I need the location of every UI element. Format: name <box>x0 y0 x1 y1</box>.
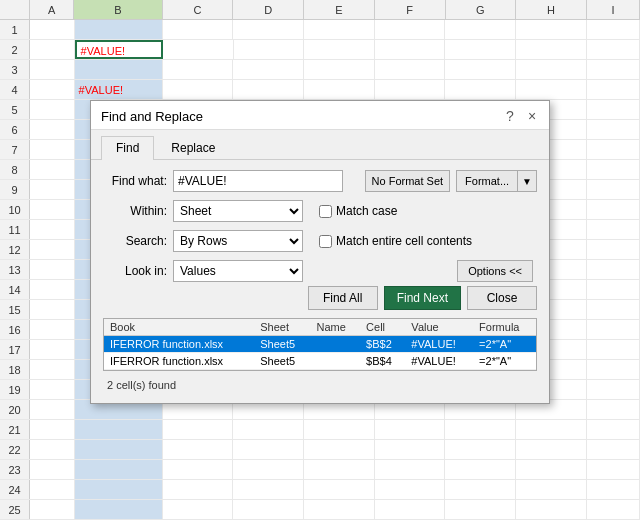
search-select[interactable]: By Rows By Columns <box>173 230 303 252</box>
format-arrow-button[interactable]: ▼ <box>517 170 537 192</box>
close-button[interactable]: Close <box>467 286 537 310</box>
match-entire-label: Match entire cell contents <box>336 234 472 248</box>
lookin-label: Look in: <box>103 264 173 278</box>
table-row: 25 <box>0 500 640 520</box>
match-entire-checkbox[interactable] <box>319 235 332 248</box>
result-cell-value: #VALUE! <box>405 336 473 353</box>
cell-b2[interactable]: #VALUE! <box>75 40 163 59</box>
format-split-button: Format... ▼ <box>456 170 537 192</box>
result-cell-sheet: Sheet5 <box>254 336 310 353</box>
mid-options: Within: Sheet Workbook Match case Search… <box>103 200 537 286</box>
col-header-h: H <box>516 0 587 19</box>
help-button[interactable]: ? <box>501 107 519 125</box>
results-status: 2 cell(s) found <box>103 377 537 393</box>
dialog-title: Find and Replace <box>101 109 203 124</box>
table-row: 3 <box>0 60 640 80</box>
find-all-button[interactable]: Find All <box>308 286 378 310</box>
no-format-set-button[interactable]: No Format Set <box>365 170 451 192</box>
match-case-row: Match case <box>319 204 397 218</box>
result-cell-sheet: Sheet5 <box>254 353 310 370</box>
table-row: 24 <box>0 480 640 500</box>
format-main-button[interactable]: Format... <box>456 170 517 192</box>
result-cell-value: #VALUE! <box>405 353 473 370</box>
table-row: 21 <box>0 420 640 440</box>
col-header-cell: Cell <box>360 319 405 336</box>
search-row: Search: By Rows By Columns Match entire … <box>103 230 537 252</box>
within-select[interactable]: Sheet Workbook <box>173 200 303 222</box>
dialog-tabs: Find Replace <box>91 130 549 160</box>
tab-find[interactable]: Find <box>101 136 154 160</box>
action-btn-row: Find All Find Next Close <box>103 286 537 310</box>
col-header-e: E <box>304 0 375 19</box>
find-what-input[interactable] <box>173 170 343 192</box>
result-cell-formula: =2*"A" <box>473 353 536 370</box>
col-header-f: F <box>375 0 446 19</box>
result-cell-name <box>310 353 360 370</box>
dialog-close-button[interactable]: × <box>523 107 541 125</box>
table-row: 1 <box>0 20 640 40</box>
lookin-select[interactable]: Values Formulas Comments <box>173 260 303 282</box>
find-what-label: Find what: <box>103 174 173 188</box>
col-header-d: D <box>233 0 304 19</box>
col-header-name: Name <box>310 319 360 336</box>
find-next-button[interactable]: Find Next <box>384 286 461 310</box>
left-options: Within: Sheet Workbook Match case Search… <box>103 200 537 286</box>
result-cell-book: IFERROR function.xlsx <box>104 336 254 353</box>
corner-cell <box>0 0 30 19</box>
table-row: 2 #VALUE! <box>0 40 640 60</box>
result-cell-cell: $B$2 <box>360 336 405 353</box>
result-row[interactable]: IFERROR function.xlsxSheet5$B$4#VALUE!=2… <box>104 353 536 370</box>
result-cell-name <box>310 336 360 353</box>
search-label: Search: <box>103 234 173 248</box>
col-header-value: Value <box>405 319 473 336</box>
table-row: 4 #VALUE! <box>0 80 640 100</box>
result-cell-formula: =2*"A" <box>473 336 536 353</box>
col-header-book: Book <box>104 319 254 336</box>
table-row: 23 <box>0 460 640 480</box>
match-case-checkbox[interactable] <box>319 205 332 218</box>
table-row: 22 <box>0 440 640 460</box>
col-header-i: I <box>587 0 640 19</box>
match-case-label: Match case <box>336 204 397 218</box>
col-header-a: A <box>30 0 74 19</box>
within-label: Within: <box>103 204 173 218</box>
result-cell-cell: $B$4 <box>360 353 405 370</box>
find-input-group: No Format Set Format... ▼ <box>173 170 537 192</box>
results-table-container: Book Sheet Name Cell Value Formula IFERR… <box>103 318 537 371</box>
lookin-row: Look in: Values Formulas Comments Option… <box>103 260 537 282</box>
within-row: Within: Sheet Workbook Match case <box>103 200 537 222</box>
match-entire-row: Match entire cell contents <box>319 234 472 248</box>
col-header-c: C <box>163 0 234 19</box>
dialog-titlebar: Find and Replace ? × <box>91 101 549 130</box>
col-header-b: B <box>74 0 162 19</box>
col-header-sheet: Sheet <box>254 319 310 336</box>
result-row[interactable]: IFERROR function.xlsxSheet5$B$2#VALUE!=2… <box>104 336 536 353</box>
dialog-title-buttons: ? × <box>501 107 541 125</box>
results-table: Book Sheet Name Cell Value Formula IFERR… <box>104 319 536 370</box>
options-button[interactable]: Options << <box>457 260 533 282</box>
result-cell-book: IFERROR function.xlsx <box>104 353 254 370</box>
col-header-g: G <box>446 0 517 19</box>
results-header-row: Book Sheet Name Cell Value Formula <box>104 319 536 336</box>
cell-b4[interactable]: #VALUE! <box>75 80 163 99</box>
find-what-row: Find what: No Format Set Format... ▼ <box>103 170 537 192</box>
find-replace-dialog: Find and Replace ? × Find Replace Find w… <box>90 100 550 404</box>
dialog-body: Find what: No Format Set Format... ▼ Wit… <box>91 160 549 403</box>
col-header-row: A B C D E F G H I <box>0 0 640 20</box>
col-header-formula: Formula <box>473 319 536 336</box>
tab-replace[interactable]: Replace <box>156 136 230 159</box>
